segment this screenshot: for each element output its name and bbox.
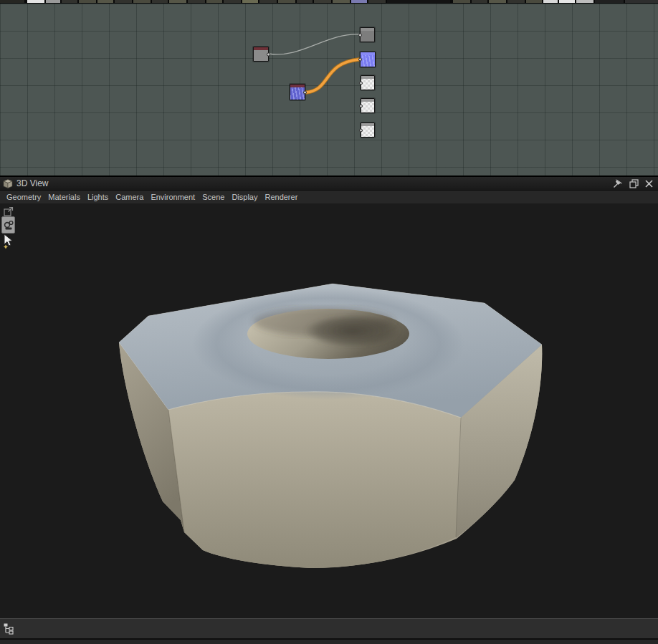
select-cursor-icon [3, 234, 15, 249]
toolbar-fragment [259, 0, 277, 3]
bottom-edge-strip [0, 638, 658, 644]
toolbar-fragment [297, 0, 313, 3]
viewport-3d[interactable] [0, 203, 658, 618]
node-port[interactable] [303, 90, 307, 94]
render-view-button[interactable] [1, 216, 15, 234]
node-header [254, 47, 268, 50]
node-gray-target[interactable] [360, 27, 375, 42]
toolbar-fragment [152, 0, 168, 3]
toolbar-fragment [559, 0, 575, 3]
node-header [361, 123, 374, 126]
restore-icon[interactable] [629, 179, 639, 188]
node-port[interactable] [358, 58, 362, 62]
node-gray-source[interactable] [253, 47, 269, 62]
panel-title: 3D View [16, 178, 48, 188]
toolbar-fragment [333, 0, 350, 3]
node-port[interactable] [359, 81, 363, 85]
menu-bar: GeometryMaterialsLightsCameraEnvironment… [0, 190, 658, 203]
app-window: 3D View GeometryMaterialsLightsCameraEnv… [0, 0, 658, 644]
panel-cube-icon[interactable] [3, 179, 13, 188]
toolbar-fragment [62, 0, 77, 3]
toolbar-fragment [206, 0, 222, 3]
toolbar-fragment [242, 0, 258, 3]
toolbar-fragment [595, 0, 624, 3]
toolbar-fragment [133, 0, 151, 3]
node-checker-2[interactable] [361, 98, 375, 113]
toolbar-fragment [387, 0, 450, 3]
tree-view-icon[interactable] [4, 623, 14, 635]
toolbar-fragment [576, 0, 593, 3]
node-header [290, 85, 305, 87]
menu-geometry[interactable]: Geometry [3, 191, 44, 204]
node-checker-1[interactable] [361, 75, 375, 90]
render-view-icon [3, 218, 14, 231]
toolbar-fragment [278, 0, 295, 3]
panel-titlebar: 3D View [0, 176, 658, 190]
menu-camera[interactable]: Camera [112, 191, 147, 204]
wire-orange-outline [306, 59, 359, 92]
toolbar-fragment [472, 0, 487, 3]
node-header [361, 99, 374, 102]
toolbar-fragment [79, 0, 96, 3]
node-checker-3[interactable] [361, 122, 375, 138]
toolbar-fragment [46, 0, 60, 3]
node-blue-target[interactable] [360, 52, 376, 67]
toolbar-fragment [0, 0, 24, 3]
menu-scene[interactable]: Scene [199, 191, 228, 204]
toolbar-fragment [97, 0, 113, 3]
node-port[interactable] [359, 104, 363, 107]
toolbar-fragment [169, 0, 186, 3]
wire-orange[interactable] [306, 59, 359, 92]
toolbar-fragment [351, 0, 367, 3]
menu-renderer[interactable]: Renderer [261, 191, 301, 204]
node-header [361, 28, 374, 31]
node-header [361, 52, 375, 55]
bottom-bar [0, 618, 658, 638]
toolbar-fragment [27, 0, 44, 3]
node-editor-canvas[interactable] [0, 4, 658, 176]
toolbar-fragment [115, 0, 132, 3]
close-icon[interactable] [644, 179, 654, 188]
toolbar-fragment [224, 0, 241, 3]
menu-materials[interactable]: Materials [44, 191, 84, 204]
wire-gray[interactable] [269, 34, 359, 54]
toolbar-fragment [526, 0, 542, 3]
toolbar-fragment [188, 0, 205, 3]
menu-environment[interactable]: Environment [147, 191, 199, 204]
wire-layer [0, 4, 658, 176]
toolbar-fragment [543, 0, 558, 3]
toolbar-fragment [368, 0, 386, 3]
hex-nut-model [0, 203, 658, 618]
pin-icon[interactable] [613, 178, 624, 188]
popout-icon[interactable] [4, 206, 14, 216]
toolbar-fragment [453, 0, 470, 3]
toolbar-fragment [625, 0, 658, 3]
toolbar-fragment [314, 0, 331, 3]
menu-lights[interactable]: Lights [84, 191, 112, 204]
menu-display[interactable]: Display [228, 191, 261, 204]
toolbar-fragment [489, 0, 506, 3]
node-blue-source[interactable] [290, 84, 305, 100]
node-port[interactable] [358, 33, 362, 37]
node-port[interactable] [267, 52, 270, 56]
node-header [361, 76, 374, 79]
node-port[interactable] [359, 128, 363, 132]
toolbar-fragment [507, 0, 525, 3]
